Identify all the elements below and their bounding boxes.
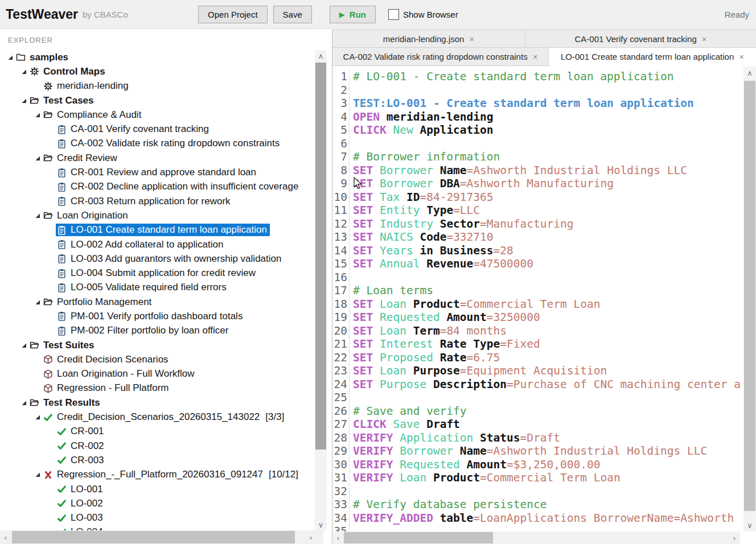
code-line-11[interactable]: 11SET Entity Type=LLC xyxy=(332,204,743,217)
code-line-4[interactable]: 4OPEN meridian-lending xyxy=(332,110,743,124)
tree-item-body[interactable]: Regression_-_Full_Platform_20260316_0912… xyxy=(42,468,301,481)
tree-item-body[interactable]: meridian-lending xyxy=(42,80,132,92)
code-line-5[interactable]: 5CLICK New Application xyxy=(332,123,743,137)
tree-item-test-suites[interactable]: Test Suites xyxy=(0,338,315,352)
tree-item-body[interactable]: LO-002 xyxy=(56,497,106,510)
tree-item-lo-004[interactable]: LO-004 xyxy=(0,525,315,530)
tree-item-body[interactable]: LO-005 Validate required field errors xyxy=(56,281,229,294)
explorer-hscroll-thumb[interactable] xyxy=(12,531,295,543)
tree-item-loan-origination-full-workflow[interactable]: Loan Origination - Full Workflow xyxy=(0,367,315,381)
tree-item-body[interactable]: CR-001 Review and approve standard loan xyxy=(56,166,259,179)
tree-item-lo-004-submit-application-for-credit-rev[interactable]: LO-004 Submit application for credit rev… xyxy=(0,266,315,280)
tree-item-credit-decision-scenarios-20260315-14302[interactable]: Credit_Decision_Scenarios_20260315_14302… xyxy=(0,410,315,424)
scroll-down-icon[interactable]: ∨ xyxy=(315,519,327,530)
code-line-29[interactable]: 29VERIFY Borrower Name=Ashworth Industri… xyxy=(332,444,743,458)
code-line-6[interactable]: 6 xyxy=(332,137,743,151)
tree-item-body[interactable]: CR-002 Decline application with insuffic… xyxy=(56,180,301,193)
code-line-8[interactable]: 8SET Borrower Name=Ashworth Industrial H… xyxy=(332,164,743,178)
code-line-35[interactable]: 35 xyxy=(332,525,743,531)
tree-expand-arrow[interactable] xyxy=(19,98,28,104)
tree-item-body[interactable]: Credit Decision Scenarios xyxy=(42,353,171,366)
scroll-right-icon[interactable]: › xyxy=(305,530,317,544)
scroll-down-icon[interactable]: ∨ xyxy=(743,519,756,531)
tree-item-body[interactable]: Control Maps xyxy=(28,65,108,78)
tree-expand-arrow[interactable] xyxy=(6,55,15,60)
editor-vertical-scrollbar[interactable]: ∧ ∨ xyxy=(743,67,756,531)
tree-item-body[interactable]: Portfolio Management xyxy=(42,296,154,308)
code-line-24[interactable]: 24SET Purpose Description=Purchase of CN… xyxy=(332,378,743,391)
tree-item-regression-full-platform[interactable]: Regression - Full Platform xyxy=(0,381,315,395)
tree-item-ca-001-verify-covenant-tracking[interactable]: CA-001 Verify covenant tracking xyxy=(0,122,315,136)
tree-item-cr-003-return-application-for-rework[interactable]: CR-003 Return application for rework xyxy=(0,194,315,208)
tree-item-body[interactable]: Credit Review xyxy=(42,152,120,164)
tree-item-portfolio-management[interactable]: Portfolio Management xyxy=(0,295,315,309)
code-editor[interactable]: 1# LO-001 - Create standard term loan ap… xyxy=(332,67,743,531)
tree-expand-arrow[interactable] xyxy=(19,343,28,348)
tree-item-loan-origination[interactable]: Loan Origination xyxy=(0,208,315,222)
code-line-14[interactable]: 14SET Years in Business=28 xyxy=(332,244,743,258)
tree-item-body[interactable]: CA-001 Verify covenant tracking xyxy=(56,123,212,135)
code-line-13[interactable]: 13SET NAICS Code=332710 xyxy=(332,230,743,244)
tree-item-cr-002-decline-application-with-insuffic[interactable]: CR-002 Decline application with insuffic… xyxy=(0,180,315,194)
tree-expand-arrow[interactable] xyxy=(33,299,42,305)
tree-item-body[interactable]: Compliance & Audit xyxy=(42,109,144,121)
tree-item-body[interactable]: PM-002 Filter portfolio by loan officer xyxy=(56,324,231,337)
scroll-left-icon[interactable]: ‹ xyxy=(333,531,343,544)
open-project-button[interactable]: Open Project xyxy=(198,6,268,23)
tree-expand-arrow[interactable] xyxy=(19,400,28,406)
tree-item-body[interactable]: PM-001 Verify portfolio dashboard totals xyxy=(56,310,245,323)
tab-ca-002-validate-risk-rating-dr[interactable]: CA-002 Validate risk rating dropdown con… xyxy=(332,48,549,66)
code-line-2[interactable]: 2 xyxy=(332,84,743,97)
tree-item-lo-002[interactable]: LO-002 xyxy=(0,496,315,510)
tree-expand-arrow[interactable] xyxy=(19,69,28,75)
editor-horizontal-scrollbar[interactable]: ‹ › xyxy=(333,531,740,544)
tree-item-lo-005-validate-required-field-errors[interactable]: LO-005 Validate required field errors xyxy=(0,281,315,295)
explorer-vertical-scrollbar[interactable]: ∧ ∨ xyxy=(315,50,327,530)
tree-expand-arrow[interactable] xyxy=(33,155,42,161)
code-line-15[interactable]: 15SET Annual Revenue=47500000 xyxy=(332,257,743,271)
code-line-9[interactable]: 9SET Borrower DBA=Ashworth Manufacturing xyxy=(332,177,743,191)
tree-expand-arrow[interactable] xyxy=(33,213,42,219)
tree-item-body[interactable]: CA-002 Validate risk rating dropdown con… xyxy=(56,137,282,150)
code-line-31[interactable]: 31VERIFY Loan Product=Commercial Term Lo… xyxy=(332,471,743,485)
tree-item-lo-001[interactable]: LO-001 xyxy=(0,482,315,496)
tab-ca-001-verify-covenant-trackin[interactable]: CA-001 Verify covenant tracking× xyxy=(525,30,756,48)
code-line-19[interactable]: 19SET Requested Amount=3250000 xyxy=(332,311,743,324)
tree-expand-arrow[interactable] xyxy=(33,112,42,118)
tree-item-samples[interactable]: samples xyxy=(0,50,315,64)
tree-item-test-results[interactable]: Test Results xyxy=(0,395,315,410)
close-icon[interactable]: × xyxy=(533,52,538,61)
scroll-up-icon[interactable]: ∧ xyxy=(743,67,756,79)
code-line-12[interactable]: 12SET Industry Sector=Manufacturing xyxy=(332,217,743,231)
code-line-28[interactable]: 28VERIFY Application Status=Draft xyxy=(332,431,743,445)
save-button[interactable]: Save xyxy=(273,6,312,23)
tree-selected-item[interactable]: LO-001 Create standard term loan applica… xyxy=(56,224,270,236)
tree-item-body[interactable]: LO-004 Submit application for credit rev… xyxy=(56,267,258,279)
code-line-7[interactable]: 7# Borrower information xyxy=(332,150,743,164)
code-line-18[interactable]: 18SET Loan Product=Commercial Term Loan xyxy=(332,298,743,311)
tree-item-pm-001-verify-portfolio-dashboard-totals[interactable]: PM-001 Verify portfolio dashboard totals xyxy=(0,309,315,323)
code-line-16[interactable]: 16 xyxy=(332,271,743,285)
tree-item-body[interactable]: CR-001 xyxy=(56,425,107,438)
code-line-23[interactable]: 23SET Loan Purpose=Equipment Acquisition xyxy=(332,364,743,378)
tree-item-body[interactable]: LO-001 xyxy=(56,483,106,496)
tree-item-meridian-lending[interactable]: meridian-lending xyxy=(0,79,315,93)
tab-lo-001-create-standard-term-lo[interactable]: LO-001 Create standard term loan applica… xyxy=(549,48,756,66)
tree-expand-arrow[interactable] xyxy=(33,414,42,420)
tree-expand-arrow[interactable] xyxy=(33,472,42,477)
code-line-32[interactable]: 32 xyxy=(332,485,743,498)
tree-item-body[interactable]: Loan Origination xyxy=(42,209,131,222)
code-line-30[interactable]: 30VERIFY Requested Amount=$3,250,000.00 xyxy=(332,458,743,472)
tree-item-pm-002-filter-portfolio-by-loan-officer[interactable]: PM-002 Filter portfolio by loan officer xyxy=(0,324,315,338)
tree-item-body[interactable]: Credit_Decision_Scenarios_20260315_14302… xyxy=(42,411,287,423)
code-line-27[interactable]: 27CLICK Save Draft xyxy=(332,418,743,431)
tree-item-cr-001[interactable]: CR-001 xyxy=(0,425,315,439)
tree-item-cr-001-review-and-approve-standard-loan[interactable]: CR-001 Review and approve standard loan xyxy=(0,165,315,179)
code-line-22[interactable]: 22SET Proposed Rate=6.75 xyxy=(332,351,743,365)
code-line-3[interactable]: 3TEST:LO-001 - Create standard term loan… xyxy=(332,97,743,110)
code-line-25[interactable]: 25 xyxy=(332,391,743,405)
tree-item-body[interactable]: Regression - Full Platform xyxy=(42,382,172,394)
tree-item-credit-review[interactable]: Credit Review xyxy=(0,151,315,165)
tree-item-body[interactable]: LO-004 xyxy=(56,526,106,530)
code-line-33[interactable]: 33# Verify database persistence xyxy=(332,498,743,512)
